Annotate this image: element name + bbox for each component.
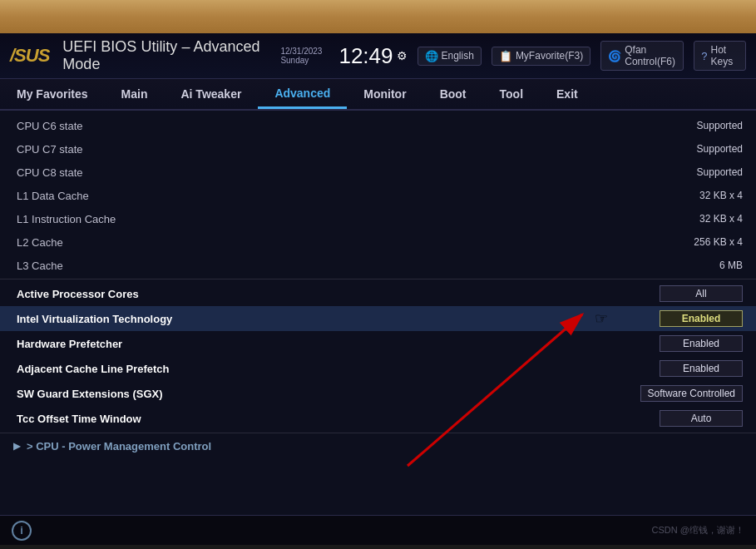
- value-box-adj-cache: Enabled: [660, 360, 743, 377]
- setting-name: Intel Virtualization Technology: [17, 313, 172, 325]
- myfavorite-label: MyFavorite(F3): [516, 50, 583, 62]
- time-display: 12:49: [338, 43, 393, 69]
- setting-value: Supported: [643, 143, 743, 155]
- hotkeys-label: Hot Keys: [711, 44, 739, 67]
- setting-value: Supported: [643, 120, 743, 131]
- setting-active-cores[interactable]: Active Processor Cores All: [0, 281, 756, 306]
- header-left: /SUS UEFI BIOS Utility – Advanced Mode: [10, 38, 280, 73]
- info-button[interactable]: i: [12, 521, 32, 541]
- bottom-bar: i CSDN @绾钱，谢谢！: [0, 515, 756, 545]
- asus-logo: /SUS: [10, 45, 49, 67]
- section-cpu-power[interactable]: ▶ > CPU - Power Management Control: [0, 435, 756, 458]
- setting-name: L2 Cache: [17, 236, 63, 249]
- myfavorite-icon: 📋: [499, 50, 512, 62]
- setting-cpu-c6[interactable]: CPU C6 state Supported: [0, 114, 756, 137]
- setting-name: L1 Data Cache: [17, 190, 89, 202]
- setting-sgx[interactable]: SW Guard Extensions (SGX) Software Contr…: [0, 381, 756, 406]
- settings-list: CPU C6 state Supported CPU C7 state Supp…: [0, 111, 756, 515]
- hotkeys-icon: ?: [701, 50, 707, 62]
- tab-tool[interactable]: Tool: [483, 79, 541, 109]
- setting-value: 256 KB x 4: [643, 236, 743, 248]
- qfan-button[interactable]: 🌀 Qfan Control(F6): [600, 41, 684, 71]
- section-arrow-icon: ▶: [13, 441, 20, 452]
- date-line1: 12/31/2023: [280, 47, 322, 56]
- divider: [0, 279, 756, 279]
- tab-exit[interactable]: Exit: [540, 79, 595, 109]
- setting-tcc[interactable]: Tcc Offset Time Window Auto: [0, 406, 756, 431]
- setting-name: CPU C7 state: [17, 143, 82, 156]
- value-box-sgx: Software Controlled: [640, 385, 743, 402]
- language-label: English: [442, 50, 474, 62]
- value-box-vt: Enabled: [660, 310, 743, 327]
- divider2: [0, 433, 756, 433]
- tab-advanced[interactable]: Advanced: [258, 79, 347, 109]
- language-button[interactable]: 🌐 English: [418, 47, 482, 66]
- setting-cpu-c8[interactable]: CPU C8 state Supported: [0, 161, 756, 184]
- tab-ai-tweaker[interactable]: Ai Tweaker: [164, 79, 258, 109]
- myfavorite-button[interactable]: 📋 MyFavorite(F3): [492, 47, 590, 66]
- setting-value: 32 KB x 4: [643, 213, 743, 225]
- nav-tabs: My Favorites Main Ai Tweaker Advanced Mo…: [0, 79, 756, 111]
- value-box-hw-prefetch: Enabled: [660, 335, 743, 352]
- setting-name: SW Guard Extensions (SGX): [17, 388, 163, 400]
- value-box-tcc: Auto: [660, 410, 743, 427]
- setting-l2-cache[interactable]: L2 Cache 256 KB x 4: [0, 230, 756, 254]
- setting-value: Enabled: [643, 310, 743, 327]
- qfan-label: Qfan Control(F6): [625, 44, 676, 67]
- setting-cpu-c7[interactable]: CPU C7 state Supported: [0, 137, 756, 161]
- value-box-cores: All: [660, 285, 743, 302]
- setting-name: CPU C6 state: [17, 120, 82, 132]
- datetime-area: 12/31/2023 Sunday: [280, 47, 322, 65]
- setting-l1-data[interactable]: L1 Data Cache 32 KB x 4: [0, 184, 756, 207]
- watermark-text: CSDN @绾钱，谢谢！: [652, 524, 744, 537]
- header-right: 12/31/2023 Sunday 12:49 ⚙ 🌐 English 📋 My…: [280, 41, 746, 71]
- decorative-top-bar: [0, 0, 756, 33]
- setting-l3-cache[interactable]: L3 Cache 6 MB: [0, 254, 756, 277]
- tab-boot[interactable]: Boot: [423, 79, 483, 109]
- bios-title: UEFI BIOS Utility – Advanced Mode: [62, 38, 280, 73]
- date-line2: Sunday: [280, 56, 309, 65]
- setting-name: Active Processor Cores: [17, 288, 139, 300]
- setting-value: Enabled: [643, 360, 743, 377]
- hotkeys-button[interactable]: ? Hot Keys: [694, 41, 746, 71]
- time-area: 12:49 ⚙: [338, 43, 407, 69]
- tab-monitor[interactable]: Monitor: [347, 79, 422, 109]
- setting-value: All: [643, 285, 743, 302]
- gear-icon[interactable]: ⚙: [397, 49, 408, 62]
- setting-name: L1 Instruction Cache: [17, 213, 116, 225]
- setting-adj-cache[interactable]: Adjacent Cache Line Prefetch Enabled: [0, 356, 756, 381]
- setting-value: Auto: [643, 410, 743, 427]
- setting-name: CPU C8 state: [17, 166, 82, 179]
- setting-name: Hardware Prefetcher: [17, 338, 122, 350]
- globe-icon: 🌐: [425, 50, 438, 62]
- tab-main[interactable]: Main: [105, 79, 165, 109]
- setting-l1-instruction[interactable]: L1 Instruction Cache 32 KB x 4: [0, 207, 756, 230]
- setting-hw-prefetch[interactable]: Hardware Prefetcher Enabled: [0, 331, 756, 356]
- setting-name: L3 Cache: [17, 260, 63, 272]
- tab-favorites[interactable]: My Favorites: [0, 79, 105, 109]
- setting-name: Tcc Offset Time Window: [17, 413, 141, 425]
- setting-name: Adjacent Cache Line Prefetch: [17, 363, 170, 375]
- main-content: CPU C6 state Supported CPU C7 state Supp…: [0, 111, 756, 515]
- setting-value: Software Controlled: [640, 385, 743, 402]
- qfan-icon: 🌀: [608, 50, 621, 62]
- bios-header: /SUS UEFI BIOS Utility – Advanced Mode 1…: [0, 33, 756, 79]
- setting-vt[interactable]: Intel Virtualization Technology Enabled: [0, 306, 756, 331]
- setting-value: 6 MB: [643, 260, 743, 271]
- setting-value: 32 KB x 4: [643, 190, 743, 201]
- setting-value: Enabled: [643, 335, 743, 352]
- section-label: > CPU - Power Management Control: [27, 440, 211, 453]
- setting-value: Supported: [643, 166, 743, 178]
